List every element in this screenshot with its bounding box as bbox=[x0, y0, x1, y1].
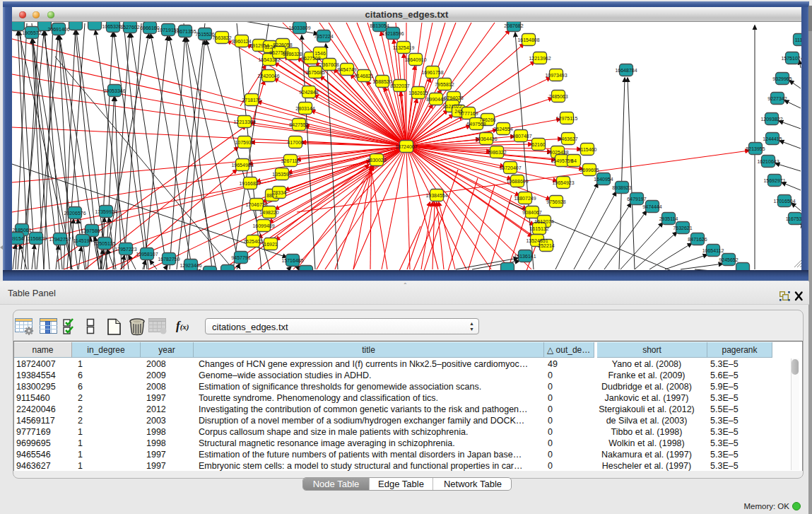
svg-text:11325419: 11325419 bbox=[393, 45, 415, 50]
svg-text:16543382: 16543382 bbox=[258, 57, 280, 62]
svg-text:9115460: 9115460 bbox=[578, 147, 597, 152]
svg-text:8938923: 8938923 bbox=[612, 185, 631, 190]
svg-text:19654983: 19654983 bbox=[231, 163, 253, 168]
svg-text:2830023: 2830023 bbox=[367, 158, 386, 163]
svg-text:8427552: 8427552 bbox=[289, 122, 308, 127]
svg-text:10688609: 10688609 bbox=[506, 179, 528, 184]
svg-text:9146821: 9146821 bbox=[354, 74, 373, 78]
svg-text:8213955: 8213955 bbox=[746, 146, 765, 151]
svg-text:9699695: 9699695 bbox=[579, 168, 599, 173]
svg-text:1527602: 1527602 bbox=[120, 25, 139, 30]
svg-text:8471626: 8471626 bbox=[688, 237, 707, 242]
svg-text:6479197: 6479197 bbox=[627, 197, 646, 201]
svg-text:15495759: 15495759 bbox=[551, 158, 572, 163]
svg-text:39154: 39154 bbox=[12, 236, 24, 241]
svg-text:1112: 1112 bbox=[795, 37, 801, 42]
svg-text:2087682: 2087682 bbox=[504, 23, 523, 28]
svg-text:12975115: 12975115 bbox=[556, 116, 578, 121]
svg-text:8960124: 8960124 bbox=[232, 39, 251, 44]
svg-text:62160: 62160 bbox=[531, 142, 546, 147]
svg-text:16961758: 16961758 bbox=[421, 70, 443, 75]
svg-text:8454749: 8454749 bbox=[337, 67, 356, 72]
svg-text:1353594: 1353594 bbox=[272, 172, 291, 177]
svg-text:1612074: 1612074 bbox=[534, 219, 553, 224]
svg-text:20691406: 20691406 bbox=[47, 27, 69, 32]
svg-text:7357224: 7357224 bbox=[314, 34, 333, 39]
svg-text:16210643: 16210643 bbox=[757, 159, 779, 164]
svg-text:1244415: 1244415 bbox=[763, 136, 782, 141]
svg-text:64: 64 bbox=[571, 158, 577, 163]
svg-text:10025438: 10025438 bbox=[546, 150, 568, 155]
svg-text:9627508: 9627508 bbox=[301, 56, 320, 61]
svg-text:8186328: 8186328 bbox=[283, 52, 302, 57]
svg-text:1075932: 1075932 bbox=[235, 140, 254, 145]
svg-text:1145194: 1145194 bbox=[73, 238, 93, 243]
svg-text:3624554: 3624554 bbox=[493, 127, 512, 132]
svg-text:11156829: 11156829 bbox=[25, 236, 47, 241]
svg-text:16648784: 16648784 bbox=[615, 68, 637, 73]
svg-text:6794028: 6794028 bbox=[444, 95, 463, 100]
svg-text:15751074: 15751074 bbox=[781, 56, 801, 61]
svg-text:16921: 16921 bbox=[264, 242, 278, 247]
svg-text:9756928: 9756928 bbox=[546, 199, 565, 204]
svg-text:7955812: 7955812 bbox=[435, 82, 454, 87]
svg-text:10958107: 10958107 bbox=[136, 252, 158, 257]
svg-text:9777169: 9777169 bbox=[459, 111, 478, 116]
svg-text:2367608: 2367608 bbox=[319, 62, 339, 67]
svg-text:29053346: 29053346 bbox=[103, 88, 125, 93]
svg-text:9227342: 9227342 bbox=[767, 96, 787, 101]
svg-text:18640910: 18640910 bbox=[404, 57, 426, 62]
svg-text:1167533: 1167533 bbox=[786, 216, 801, 221]
svg-text:17016504: 17016504 bbox=[773, 199, 795, 204]
svg-text:19654923: 19654923 bbox=[552, 180, 574, 185]
svg-text:12213369: 12213369 bbox=[233, 119, 255, 124]
svg-text:2803144: 2803144 bbox=[295, 106, 314, 111]
svg-text:1588520: 1588520 bbox=[372, 79, 392, 84]
svg-text:16671355: 16671355 bbox=[174, 29, 196, 34]
svg-text:15136141: 15136141 bbox=[514, 254, 536, 259]
svg-text:7986322: 7986322 bbox=[487, 150, 506, 155]
svg-text:9457791: 9457791 bbox=[231, 255, 250, 260]
svg-text:10807487: 10807487 bbox=[510, 134, 531, 139]
svg-text:15720407: 15720407 bbox=[499, 165, 521, 170]
svg-text:7632621: 7632621 bbox=[673, 226, 692, 230]
svg-text:17957223: 17957223 bbox=[114, 247, 136, 252]
svg-text:10973493: 10973493 bbox=[545, 73, 567, 78]
svg-text:16099489: 16099489 bbox=[252, 223, 274, 228]
svg-text:252214: 252214 bbox=[538, 243, 554, 248]
svg-text:6497568: 6497568 bbox=[466, 122, 486, 127]
svg-text:1621022: 1621022 bbox=[442, 104, 461, 109]
svg-text:12505135: 12505135 bbox=[93, 241, 115, 246]
svg-text:3675685: 3675685 bbox=[305, 70, 324, 75]
svg-text:9474444: 9474444 bbox=[642, 204, 661, 209]
svg-text:8322037: 8322037 bbox=[390, 83, 409, 88]
svg-text:17046728: 17046728 bbox=[245, 202, 267, 207]
svg-text:19166827: 19166827 bbox=[239, 181, 261, 186]
svg-text:13524851: 13524851 bbox=[526, 238, 548, 243]
svg-text:12093822: 12093822 bbox=[760, 117, 782, 122]
svg-text:20364436: 20364436 bbox=[475, 136, 497, 141]
svg-text:7485063: 7485063 bbox=[548, 94, 567, 99]
svg-text:16154808: 16154808 bbox=[517, 37, 539, 42]
svg-text:3267110: 3267110 bbox=[281, 158, 300, 163]
svg-text:2185061: 2185061 bbox=[12, 228, 31, 233]
svg-text:15716485: 15716485 bbox=[281, 258, 303, 263]
svg-text:20206576: 20206576 bbox=[64, 211, 86, 216]
svg-text:2935114: 2935114 bbox=[659, 216, 678, 221]
svg-text:9084067: 9084067 bbox=[522, 210, 541, 215]
svg-text:19384554: 19384554 bbox=[425, 193, 447, 198]
svg-text:15692971: 15692971 bbox=[763, 178, 785, 183]
svg-text:7625402: 7625402 bbox=[243, 239, 262, 244]
svg-text:78334: 78334 bbox=[272, 190, 286, 195]
svg-text:8990448: 8990448 bbox=[426, 97, 445, 102]
svg-text:10654112: 10654112 bbox=[702, 248, 724, 253]
svg-text:18724007: 18724007 bbox=[395, 144, 417, 149]
svg-text:17942757: 17942757 bbox=[49, 237, 71, 242]
svg-text:1615132: 1615132 bbox=[529, 226, 548, 231]
svg-text:13975867: 13975867 bbox=[81, 228, 102, 233]
svg-text:18807249: 18807249 bbox=[514, 196, 536, 201]
svg-text:7663822: 7663822 bbox=[212, 35, 231, 40]
svg-text:1640954: 1640954 bbox=[594, 177, 613, 182]
svg-text:1498220: 1498220 bbox=[259, 210, 278, 215]
svg-text:1362615: 1362615 bbox=[408, 90, 428, 95]
